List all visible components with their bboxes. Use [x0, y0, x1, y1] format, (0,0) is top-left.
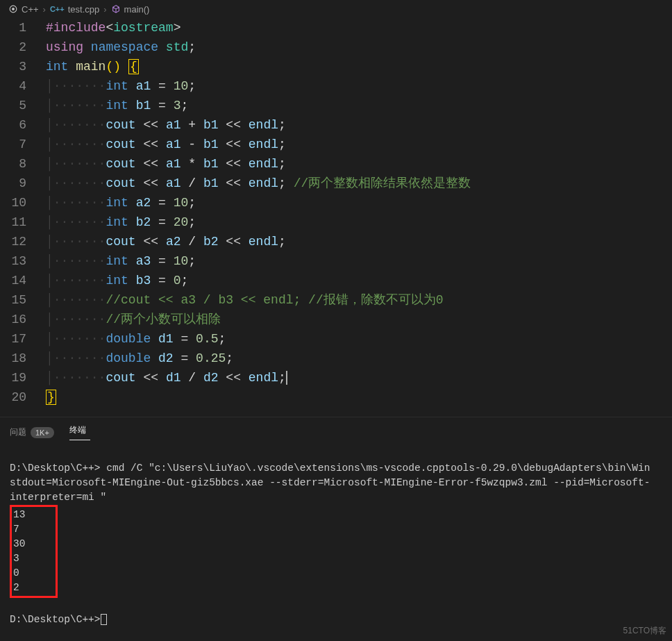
- breadcrumb-root[interactable]: C++: [8, 4, 39, 15]
- breadcrumb-label: C++: [22, 4, 39, 15]
- breadcrumb-label: test.cpp: [68, 4, 100, 15]
- breadcrumb-file[interactable]: C++ test.cpp: [50, 4, 99, 15]
- breadcrumb: C++ › C++ test.cpp › main(): [0, 0, 672, 18]
- terminal-output[interactable]: D:\Desktop\C++> cmd /C "c:\Users\LiuYao\…: [0, 443, 672, 634]
- tab-problems[interactable]: 问题 1K+: [10, 426, 54, 438]
- problems-count-badge: 1K+: [31, 427, 54, 438]
- breadcrumb-symbol[interactable]: main(): [111, 4, 150, 15]
- record-icon: [8, 4, 18, 14]
- panel-tabs: 问题 1K+ 终端: [0, 422, 672, 443]
- chevron-right-icon: ›: [43, 4, 46, 15]
- terminal-prompt: D:\Desktop\C++>: [10, 614, 101, 625]
- symbol-cube-icon: [111, 4, 121, 14]
- breadcrumb-label: main(): [124, 4, 150, 15]
- svg-point-1: [12, 8, 15, 10]
- cpp-file-icon: C++: [50, 5, 65, 13]
- terminal-prompt: D:\Desktop\C++> cmd /C "c:\Users\LiuYao\…: [10, 463, 650, 503]
- bottom-panel: 问题 1K+ 终端 D:\Desktop\C++> cmd /C "c:\Use…: [0, 417, 672, 641]
- tab-terminal[interactable]: 终端: [69, 424, 90, 440]
- output-highlight-box: 13 7 30 3 0 2: [10, 505, 58, 598]
- watermark: 51CTO博客: [623, 625, 666, 637]
- code-content[interactable]: #include<iostream>using namespace std;in…: [42, 18, 471, 407]
- terminal-cursor: [101, 614, 107, 625]
- chevron-right-icon: ›: [103, 4, 106, 15]
- tab-label: 问题: [10, 426, 26, 438]
- tab-label: 终端: [69, 424, 86, 436]
- code-editor[interactable]: 1234567891011121314151617181920 #include…: [0, 18, 672, 407]
- line-number-gutter: 1234567891011121314151617181920: [0, 18, 42, 407]
